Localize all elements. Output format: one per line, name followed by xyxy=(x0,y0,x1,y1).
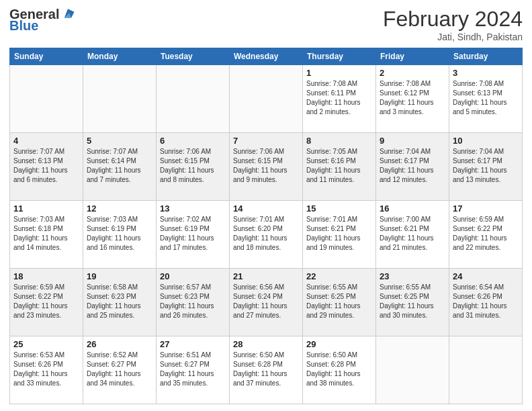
calendar-cell xyxy=(449,336,523,404)
day-number: 8 xyxy=(306,136,372,146)
calendar-cell: 7Sunrise: 7:06 AMSunset: 6:15 PMDaylight… xyxy=(230,133,303,201)
day-info: Sunrise: 7:08 AMSunset: 6:13 PMDaylight:… xyxy=(453,79,519,117)
calendar-cell: 3Sunrise: 7:08 AMSunset: 6:13 PMDaylight… xyxy=(449,65,523,133)
calendar-cell: 5Sunrise: 7:07 AMSunset: 6:14 PMDaylight… xyxy=(83,133,157,201)
calendar-cell: 17Sunrise: 6:59 AMSunset: 6:22 PMDayligh… xyxy=(449,201,523,269)
day-number: 13 xyxy=(160,203,226,214)
calendar-cell xyxy=(157,65,230,133)
day-number: 22 xyxy=(306,271,372,281)
weekday-header-wednesday: Wednesday xyxy=(230,48,303,65)
logo-icon xyxy=(60,7,75,21)
day-info: Sunrise: 6:51 AMSunset: 6:27 PMDaylight:… xyxy=(160,351,226,388)
day-info: Sunrise: 6:59 AMSunset: 6:22 PMDaylight:… xyxy=(13,283,79,320)
logo-blue-text: Blue xyxy=(9,19,38,32)
week-row-4: 18Sunrise: 6:59 AMSunset: 6:22 PMDayligh… xyxy=(10,269,523,336)
day-number: 5 xyxy=(87,136,152,146)
day-number: 21 xyxy=(233,271,299,281)
title-block: February 2024 Jati, Sindh, Pakistan xyxy=(383,7,523,42)
calendar-cell: 14Sunrise: 7:01 AMSunset: 6:20 PMDayligh… xyxy=(230,201,303,269)
day-info: Sunrise: 6:54 AMSunset: 6:26 PMDaylight:… xyxy=(453,283,519,320)
day-info: Sunrise: 7:06 AMSunset: 6:15 PMDaylight:… xyxy=(160,147,226,185)
day-info: Sunrise: 7:07 AMSunset: 6:13 PMDaylight:… xyxy=(13,147,79,185)
day-number: 26 xyxy=(87,339,152,349)
day-number: 14 xyxy=(233,203,299,214)
calendar-cell: 16Sunrise: 7:00 AMSunset: 6:21 PMDayligh… xyxy=(376,201,449,269)
day-info: Sunrise: 7:03 AMSunset: 6:19 PMDaylight:… xyxy=(87,215,152,253)
week-row-5: 25Sunrise: 6:53 AMSunset: 6:26 PMDayligh… xyxy=(10,336,523,404)
day-info: Sunrise: 7:01 AMSunset: 6:21 PMDaylight:… xyxy=(306,215,372,253)
calendar-cell: 20Sunrise: 6:57 AMSunset: 6:23 PMDayligh… xyxy=(157,269,230,336)
day-number: 28 xyxy=(233,339,299,349)
day-number: 1 xyxy=(306,68,372,78)
location: Jati, Sindh, Pakistan xyxy=(383,32,523,42)
day-number: 3 xyxy=(453,68,519,78)
calendar-cell: 29Sunrise: 6:50 AMSunset: 6:28 PMDayligh… xyxy=(303,336,376,404)
weekday-header-sunday: Sunday xyxy=(10,48,83,65)
day-info: Sunrise: 7:00 AMSunset: 6:21 PMDaylight:… xyxy=(380,215,445,253)
day-info: Sunrise: 6:53 AMSunset: 6:26 PMDaylight:… xyxy=(13,351,79,388)
calendar-cell: 10Sunrise: 7:04 AMSunset: 6:17 PMDayligh… xyxy=(449,133,523,201)
day-number: 12 xyxy=(87,203,152,214)
day-info: Sunrise: 7:01 AMSunset: 6:20 PMDaylight:… xyxy=(233,215,299,253)
calendar-table: SundayMondayTuesdayWednesdayThursdayFrid… xyxy=(9,48,523,404)
day-info: Sunrise: 6:55 AMSunset: 6:25 PMDaylight:… xyxy=(380,283,445,320)
calendar-cell: 4Sunrise: 7:07 AMSunset: 6:13 PMDaylight… xyxy=(10,133,83,201)
day-number: 29 xyxy=(306,339,372,349)
day-info: Sunrise: 6:55 AMSunset: 6:25 PMDaylight:… xyxy=(306,283,372,320)
calendar-cell: 11Sunrise: 7:03 AMSunset: 6:18 PMDayligh… xyxy=(10,201,83,269)
weekday-header-saturday: Saturday xyxy=(449,48,523,65)
calendar-cell: 23Sunrise: 6:55 AMSunset: 6:25 PMDayligh… xyxy=(376,269,449,336)
weekday-header-thursday: Thursday xyxy=(303,48,376,65)
day-info: Sunrise: 7:03 AMSunset: 6:18 PMDaylight:… xyxy=(13,215,79,253)
calendar-cell: 13Sunrise: 7:02 AMSunset: 6:19 PMDayligh… xyxy=(157,201,230,269)
weekday-header-row: SundayMondayTuesdayWednesdayThursdayFrid… xyxy=(10,48,523,65)
calendar-cell: 6Sunrise: 7:06 AMSunset: 6:15 PMDaylight… xyxy=(157,133,230,201)
day-info: Sunrise: 7:07 AMSunset: 6:14 PMDaylight:… xyxy=(87,147,152,185)
calendar-cell: 9Sunrise: 7:04 AMSunset: 6:17 PMDaylight… xyxy=(376,133,449,201)
week-row-1: 1Sunrise: 7:08 AMSunset: 6:11 PMDaylight… xyxy=(10,65,523,133)
calendar-cell: 18Sunrise: 6:59 AMSunset: 6:22 PMDayligh… xyxy=(10,269,83,336)
calendar-cell xyxy=(10,65,83,133)
day-number: 15 xyxy=(306,203,372,214)
day-number: 16 xyxy=(380,203,445,214)
month-title: February 2024 xyxy=(383,7,523,32)
day-info: Sunrise: 7:08 AMSunset: 6:11 PMDaylight:… xyxy=(306,79,372,117)
day-info: Sunrise: 7:05 AMSunset: 6:16 PMDaylight:… xyxy=(306,147,372,185)
day-number: 4 xyxy=(13,136,79,146)
day-info: Sunrise: 6:52 AMSunset: 6:27 PMDaylight:… xyxy=(87,351,152,388)
day-info: Sunrise: 7:08 AMSunset: 6:12 PMDaylight:… xyxy=(380,79,445,117)
calendar-cell: 21Sunrise: 6:56 AMSunset: 6:24 PMDayligh… xyxy=(230,269,303,336)
calendar-cell: 22Sunrise: 6:55 AMSunset: 6:25 PMDayligh… xyxy=(303,269,376,336)
day-number: 25 xyxy=(13,339,79,349)
calendar-cell: 12Sunrise: 7:03 AMSunset: 6:19 PMDayligh… xyxy=(83,201,157,269)
weekday-header-friday: Friday xyxy=(376,48,449,65)
day-number: 9 xyxy=(380,136,445,146)
day-info: Sunrise: 7:06 AMSunset: 6:15 PMDaylight:… xyxy=(233,147,299,185)
calendar-cell: 8Sunrise: 7:05 AMSunset: 6:16 PMDaylight… xyxy=(303,133,376,201)
weekday-header-monday: Monday xyxy=(83,48,157,65)
day-number: 7 xyxy=(233,136,299,146)
weekday-header-tuesday: Tuesday xyxy=(157,48,230,65)
day-number: 18 xyxy=(13,271,79,281)
calendar-cell: 19Sunrise: 6:58 AMSunset: 6:23 PMDayligh… xyxy=(83,269,157,336)
calendar-cell: 15Sunrise: 7:01 AMSunset: 6:21 PMDayligh… xyxy=(303,201,376,269)
calendar-cell: 2Sunrise: 7:08 AMSunset: 6:12 PMDaylight… xyxy=(376,65,449,133)
day-number: 2 xyxy=(380,68,445,78)
logo: General Blue xyxy=(9,7,75,32)
day-number: 6 xyxy=(160,136,226,146)
day-info: Sunrise: 6:50 AMSunset: 6:28 PMDaylight:… xyxy=(306,351,372,388)
day-info: Sunrise: 7:02 AMSunset: 6:19 PMDaylight:… xyxy=(160,215,226,253)
day-info: Sunrise: 6:56 AMSunset: 6:24 PMDaylight:… xyxy=(233,283,299,320)
calendar-cell xyxy=(376,336,449,404)
day-info: Sunrise: 6:50 AMSunset: 6:28 PMDaylight:… xyxy=(233,351,299,388)
header: General Blue February 2024 Jati, Sindh, … xyxy=(9,7,523,42)
week-row-3: 11Sunrise: 7:03 AMSunset: 6:18 PMDayligh… xyxy=(10,201,523,269)
week-row-2: 4Sunrise: 7:07 AMSunset: 6:13 PMDaylight… xyxy=(10,133,523,201)
day-number: 23 xyxy=(380,271,445,281)
calendar-cell: 25Sunrise: 6:53 AMSunset: 6:26 PMDayligh… xyxy=(10,336,83,404)
day-number: 11 xyxy=(13,203,79,214)
calendar-cell xyxy=(230,65,303,133)
day-info: Sunrise: 7:04 AMSunset: 6:17 PMDaylight:… xyxy=(453,147,519,185)
page: General Blue February 2024 Jati, Sindh, … xyxy=(0,0,532,411)
calendar-cell xyxy=(83,65,157,133)
